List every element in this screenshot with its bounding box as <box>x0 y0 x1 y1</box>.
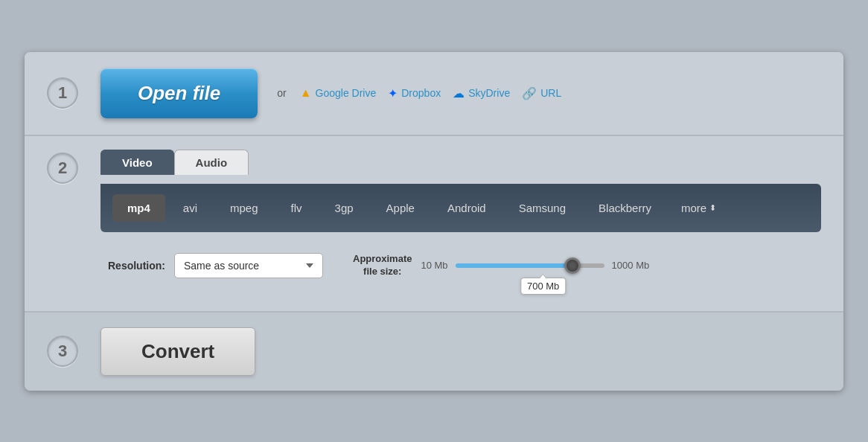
google-drive-link[interactable]: ▲ Google Drive <box>300 86 377 100</box>
or-text: or <box>277 87 286 99</box>
options-row: Resolution: Same as source 720p 1080p 48… <box>100 247 821 284</box>
google-drive-icon: ▲ <box>300 86 312 100</box>
convert-button[interactable]: Convert <box>100 327 255 376</box>
url-icon: 🔗 <box>522 86 537 100</box>
format-more-label: more <box>681 202 706 214</box>
format-3gp[interactable]: 3gp <box>320 194 368 222</box>
tab-audio-label: Audio <box>196 156 228 169</box>
slider-wrapper: 700 Mb <box>456 263 604 268</box>
step1-content: Open file or ▲ Google Drive ✦ Dropbox ☁ … <box>100 68 561 118</box>
skydrive-link[interactable]: ☁ SkyDrive <box>453 86 510 100</box>
google-drive-label: Google Drive <box>316 87 377 99</box>
filesize-slider[interactable] <box>456 263 604 268</box>
skydrive-label: SkyDrive <box>468 87 510 99</box>
filesize-group: Approximate file size: 10 Mb 700 Mb 1000… <box>353 253 649 278</box>
resolution-select[interactable]: Same as source 720p 1080p 480p 360p <box>174 253 323 278</box>
slider-min-label: 10 Mb <box>421 260 447 271</box>
format-samsung[interactable]: Samsung <box>504 194 581 222</box>
skydrive-icon: ☁ <box>453 86 465 100</box>
tab-audio[interactable]: Audio <box>174 150 249 175</box>
resolution-label: Resolution: <box>108 260 165 272</box>
step1-section: 1 Open file or ▲ Google Drive ✦ Dropbox … <box>25 52 843 136</box>
dropbox-label: Dropbox <box>401 87 441 99</box>
format-avi[interactable]: avi <box>168 194 212 222</box>
cloud-links: ▲ Google Drive ✦ Dropbox ☁ SkyDrive 🔗 UR… <box>300 86 562 100</box>
app-container: 1 Open file or ▲ Google Drive ✦ Dropbox … <box>25 52 843 391</box>
step2-section: 2 Video Audio mp4 avi mpeg flv 3gp Apple… <box>25 136 843 313</box>
slider-container: 10 Mb 700 Mb 1000 Mb <box>421 260 649 271</box>
format-mp4[interactable]: mp4 <box>112 194 165 222</box>
format-mpeg[interactable]: mpeg <box>215 194 273 222</box>
more-arrows-icon: ⬍ <box>709 203 716 213</box>
filesize-label-line2: file size: <box>353 266 412 278</box>
step1-number: 1 <box>47 77 78 109</box>
url-link[interactable]: 🔗 URL <box>522 86 561 100</box>
dropbox-link[interactable]: ✦ Dropbox <box>388 86 441 100</box>
step2-content: Video Audio mp4 avi mpeg flv 3gp Apple A… <box>100 150 821 284</box>
open-file-button[interactable]: Open file <box>100 68 258 118</box>
step2-number: 2 <box>47 153 78 184</box>
tabs-row: Video Audio <box>100 150 821 175</box>
resolution-group: Resolution: Same as source 720p 1080p 48… <box>108 253 323 278</box>
slider-tooltip: 700 Mb <box>520 278 566 295</box>
dropbox-icon: ✦ <box>388 86 398 100</box>
tab-video-label: Video <box>122 156 153 169</box>
filesize-label-line1: Approximate <box>353 253 412 266</box>
format-apple[interactable]: Apple <box>371 194 430 222</box>
tab-video[interactable]: Video <box>100 150 174 175</box>
format-more-button[interactable]: more ⬍ <box>669 194 728 222</box>
format-flv[interactable]: flv <box>276 194 317 222</box>
step3-number: 3 <box>47 336 78 367</box>
format-android[interactable]: Android <box>433 194 501 222</box>
filesize-label: Approximate file size: <box>353 253 412 278</box>
step3-section: 3 Convert <box>25 313 843 391</box>
format-panel: mp4 avi mpeg flv 3gp Apple Android Samsu… <box>100 184 821 232</box>
url-label: URL <box>540 87 561 99</box>
format-blackberry[interactable]: Blackberry <box>584 194 666 222</box>
slider-max-label: 1000 Mb <box>612 260 650 271</box>
